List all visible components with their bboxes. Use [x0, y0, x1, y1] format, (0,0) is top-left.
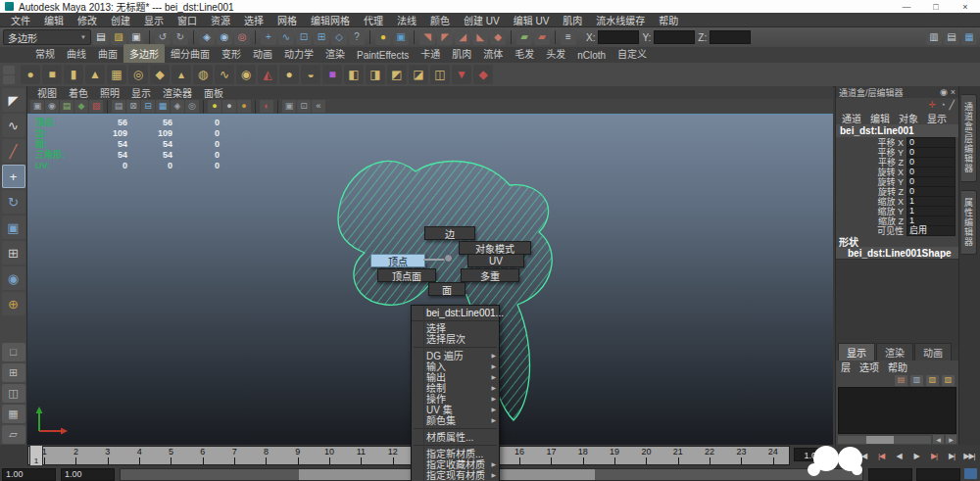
timeline-frame[interactable]: 21	[662, 447, 694, 464]
shelf-tab-switcher[interactable]	[3, 66, 15, 84]
poly-cylinder-icon[interactable]: ▮	[64, 65, 83, 84]
scrollbar-track[interactable]	[838, 436, 931, 444]
panel-menu-item[interactable]: 显示	[125, 85, 157, 100]
safe-action-icon[interactable]: ◈	[171, 100, 184, 113]
panel-menu-item[interactable]: 视图	[31, 85, 63, 100]
rotate-tool-icon[interactable]: ↻	[2, 190, 25, 214]
panel-menu-item[interactable]: 面板	[198, 85, 229, 100]
share-view-icon[interactable]: «	[312, 100, 325, 113]
layer-editor-menu-item[interactable]: 选项	[859, 360, 879, 374]
poly-pyramid-icon[interactable]: ▴	[172, 65, 191, 84]
show-tool-settings-icon[interactable]: ▤	[944, 29, 959, 45]
lock-selection-icon[interactable]: ●	[375, 29, 391, 45]
playback-end-field[interactable]	[868, 468, 912, 481]
toolbar-icon[interactable]	[149, 30, 150, 44]
shelf-tab[interactable]: 卡通	[415, 44, 446, 63]
bookmark-icon[interactable]: ◆	[74, 100, 88, 113]
channel-box-menu-item[interactable]: 显示	[927, 111, 947, 125]
context-menu-item[interactable]: 输出 ▶	[412, 371, 499, 382]
menu-item[interactable]: 修改	[71, 13, 104, 27]
subdiv-proxy-icon[interactable]: ◒	[301, 65, 320, 84]
menu-item[interactable]: 创建 UV	[457, 13, 507, 27]
no-lighting-icon[interactable]: ●	[237, 100, 251, 113]
poly-cone-icon[interactable]: ▲	[85, 65, 105, 84]
speed-state-icon[interactable]: ◔	[940, 100, 945, 110]
extract-icon[interactable]: ◩	[387, 65, 407, 84]
menu-set-dropdown[interactable]: 多边形 ▼	[3, 29, 91, 45]
layer-list[interactable]	[838, 387, 956, 434]
construction-history-off-icon[interactable]: ▰	[534, 29, 550, 45]
timeline-frame[interactable]: 1	[28, 447, 60, 464]
shelf-tab[interactable]: 动力学	[278, 44, 319, 63]
layers-normal-icon[interactable]: ▤	[895, 375, 907, 386]
animation-start-field[interactable]: 1.00	[2, 468, 56, 481]
show-channel-box-icon[interactable]: ▦	[961, 29, 977, 45]
poly-soccer-icon[interactable]: ◉	[236, 65, 256, 84]
marking-menu-edge[interactable]: 边	[424, 226, 475, 240]
menu-item[interactable]: 网格	[270, 13, 304, 27]
y-coordinate-field[interactable]	[654, 30, 695, 44]
menu-item[interactable]: 编辑 UV	[507, 13, 557, 27]
select-hierarchy-mask-icon[interactable]: ◈	[199, 29, 215, 45]
poly-cube-icon[interactable]: ■	[42, 65, 62, 84]
channel-box-menu-item[interactable]: 对象	[899, 111, 918, 125]
component-help-icon[interactable]: ?	[349, 29, 365, 45]
shelf-tab[interactable]: PaintEffects	[351, 48, 415, 63]
snap-to-view-planes-icon[interactable]: ◣	[472, 29, 488, 45]
menu-item[interactable]: 编辑	[37, 13, 71, 27]
menu-item[interactable]: 颜色	[423, 13, 457, 27]
axis-icon[interactable]: ✛	[929, 100, 937, 110]
paint-select-tool-icon[interactable]: ╱	[2, 139, 25, 163]
shelf-tab[interactable]: 肌肉	[446, 44, 477, 63]
lock-camera-icon[interactable]: ◉	[45, 100, 59, 113]
menu-item[interactable]: 文件	[4, 13, 37, 27]
marking-menu-object-mode[interactable]: 对象模式	[459, 241, 531, 255]
timeline-frame[interactable]: 5	[155, 447, 186, 464]
single-pane-layout-button[interactable]: □	[2, 343, 25, 361]
xray-icon[interactable]: ◐	[260, 100, 273, 113]
timeline-frame[interactable]: 8	[250, 447, 281, 464]
layer-editor-tab[interactable]: 动画	[914, 343, 952, 361]
play-backwards-button[interactable]: ◀	[890, 452, 907, 460]
resolution-gate-icon[interactable]: ⊠	[126, 100, 140, 113]
x-coordinate-field[interactable]	[598, 30, 639, 44]
scrollbar-thumb[interactable]	[866, 436, 895, 444]
shelf-tab[interactable]: 动画	[247, 44, 278, 63]
open-scene-icon[interactable]: ▨	[111, 29, 126, 45]
layer-editor-menu-item[interactable]: 帮助	[888, 360, 907, 374]
menu-item[interactable]: 编辑网格	[304, 13, 357, 27]
menu-item[interactable]: 肌肉	[556, 13, 589, 27]
soft-modification-icon[interactable]: ◉	[2, 266, 25, 290]
channel-box-menu-item[interactable]: 通道	[842, 111, 861, 125]
toolbar-icon[interactable]	[511, 30, 512, 44]
shelf-tab[interactable]: 头发	[540, 44, 571, 63]
separate-icon[interactable]: ◨	[366, 65, 385, 84]
channel-value-field[interactable]: 启用	[906, 225, 956, 236]
persp-outliner-layout-button[interactable]: ◫	[2, 384, 25, 403]
select-point-component-icon[interactable]: +	[261, 29, 276, 45]
construction-history-on-icon[interactable]: ▰	[516, 29, 532, 45]
menu-item[interactable]: 显示	[137, 13, 171, 27]
boolean-icon[interactable]: ◪	[409, 65, 428, 84]
plugin-display-icon[interactable]: ⊡	[297, 100, 311, 113]
lasso-tool-icon[interactable]: ∿	[2, 114, 25, 137]
timeline-frame[interactable]: 17	[535, 447, 566, 464]
playback-start-field[interactable]: 1.00	[61, 468, 115, 481]
panel-icon[interactable]	[277, 100, 278, 114]
shelf-tab[interactable]: 自定义	[612, 44, 653, 63]
toolbar-icon[interactable]	[369, 30, 370, 44]
select-face-component-icon[interactable]: ⊡	[296, 29, 312, 45]
snap-to-curves-icon[interactable]: ◤	[437, 29, 453, 45]
highlight-selection-icon[interactable]: ▣	[393, 29, 409, 45]
shelf-tab[interactable]: 曲面	[92, 44, 123, 63]
menu-item[interactable]: 帮助	[652, 13, 685, 27]
new-scene-icon[interactable]: ▤	[93, 29, 109, 45]
show-attribute-editor-icon[interactable]: ▥	[926, 29, 942, 45]
context-menu-item[interactable]: DG 遍历 ▶	[412, 350, 499, 361]
context-menu-title[interactable]: bei_dst:Line001...	[412, 307, 499, 321]
marking-menu-multi[interactable]: 多重	[461, 268, 519, 282]
tab-channel-box[interactable]: 通道盒/层编辑器	[961, 94, 977, 182]
context-menu-item[interactable]: 材质属性... ▶	[412, 431, 499, 442]
poly-torus-icon[interactable]: ◎	[128, 65, 148, 84]
shape-node-name[interactable]: bei_dst:Line001Shape	[836, 247, 958, 259]
